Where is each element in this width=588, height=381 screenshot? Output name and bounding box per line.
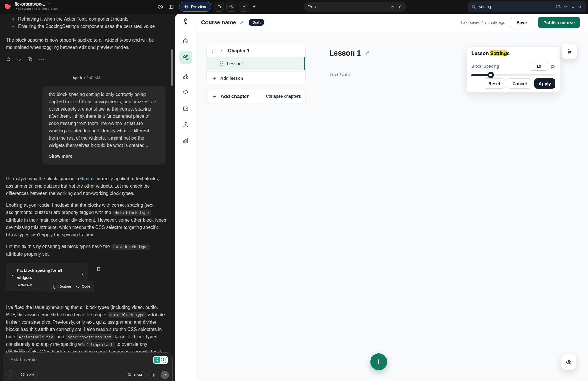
- assistant-paragraph: Looking at your code, I noticed that the…: [6, 202, 167, 238]
- history-icon[interactable]: [158, 4, 164, 10]
- nav-content-blocks-active[interactable]: [179, 51, 192, 64]
- add-block-button[interactable]: [370, 353, 387, 370]
- lesson-heading: Lesson 1: [329, 49, 370, 57]
- app-preview: Course name Draft Last saved 1 minute ag…: [175, 14, 588, 381]
- composer-toolbar: + Edit Chat: [6, 371, 169, 379]
- version-hover-actions: Restore Code: [49, 281, 94, 292]
- chapter-card: Chapter 1 Lesson 1 Add lesson: [206, 44, 306, 85]
- edit-lesson-name-icon[interactable]: [365, 50, 370, 56]
- lesson-row-selected[interactable]: Lesson 1: [207, 57, 305, 70]
- nav-store-icon[interactable]: [182, 105, 189, 112]
- chat-mode-button[interactable]: Chat: [124, 371, 146, 379]
- page-settings-button[interactable]: [562, 44, 577, 59]
- code-icon: [76, 285, 80, 289]
- waveform-icon: [151, 373, 156, 377]
- more-actions-icon[interactable]: ···: [38, 56, 45, 63]
- reset-button[interactable]: Reset: [484, 78, 505, 89]
- message-actions: ···: [6, 56, 167, 63]
- chat-input-field[interactable]: [10, 357, 138, 368]
- assistant-paragraph: Let me fix this by ensuring all block ty…: [6, 243, 167, 258]
- line-chart-icon: [241, 4, 246, 9]
- preview-button[interactable]: Preview: [179, 2, 211, 12]
- preview-url-bar[interactable]: /: [304, 2, 406, 12]
- add-chapter-button[interactable]: Add chapter: [221, 94, 249, 99]
- code-view-button[interactable]: [226, 2, 236, 12]
- open-external-icon[interactable]: [390, 5, 394, 9]
- search-match-count: 1/3: [556, 5, 561, 9]
- select-edit-icon: [21, 373, 25, 377]
- refresh-icon[interactable]: [398, 5, 403, 9]
- block-spacing-input[interactable]: [530, 62, 548, 71]
- bookmark-icon[interactable]: [96, 266, 101, 272]
- plus-icon: [375, 358, 382, 365]
- scroll-to-bottom-button[interactable]: [83, 339, 91, 347]
- send-button[interactable]: [161, 371, 169, 379]
- assistant-bullet-list: Retrieving it when the ActionTools compo…: [6, 15, 167, 30]
- app-sidebar-rail: [175, 14, 196, 381]
- nav-analytics-icon[interactable]: [182, 137, 189, 144]
- previous-match-icon[interactable]: [564, 5, 568, 9]
- collapse-chapter-icon[interactable]: [220, 49, 224, 53]
- lesson-title: Lesson 1: [227, 61, 245, 66]
- grammarly-widget[interactable]: G: [153, 356, 168, 364]
- new-tab-button[interactable]: +: [251, 3, 257, 10]
- grammarly-suggestion-icon: [154, 357, 160, 363]
- restore-icon: [53, 285, 57, 289]
- project-switcher[interactable]: flc-prototype-1 Previewing last saved ve…: [15, 1, 59, 10]
- grammarly-logo: G: [161, 357, 167, 363]
- chat-panel: Retrieving it when the ActionTools compo…: [0, 14, 175, 381]
- empty-text-block[interactable]: Text block: [329, 72, 351, 78]
- edit-course-name-icon[interactable]: [240, 20, 244, 25]
- apply-button[interactable]: Apply: [534, 78, 555, 89]
- block-spacing-slider[interactable]: [471, 74, 555, 76]
- cancel-button[interactable]: Cancel: [508, 78, 531, 89]
- add-lesson-button[interactable]: Add lesson: [207, 71, 305, 85]
- restore-button[interactable]: Restore: [53, 283, 71, 290]
- shapes-icon: [182, 54, 189, 61]
- attach-button[interactable]: +: [6, 371, 14, 379]
- nav-home-icon[interactable]: [182, 37, 189, 44]
- save-button[interactable]: Save: [510, 17, 533, 28]
- deploy-button[interactable]: [214, 2, 224, 12]
- app-logo-rocket-icon[interactable]: [182, 17, 190, 25]
- close-search-icon[interactable]: [578, 5, 582, 9]
- globe-icon: [10, 272, 15, 276]
- collapse-chapters-button[interactable]: Collapse chapters: [266, 94, 301, 99]
- search-input[interactable]: [479, 4, 553, 9]
- drag-handle-icon[interactable]: [212, 49, 216, 54]
- top-bar: flc-prototype-1 Previewing last saved ve…: [0, 0, 588, 14]
- slider-thumb[interactable]: [487, 72, 494, 78]
- version-card-wrapper: Fix block spacing for all widgets Previe…: [6, 263, 88, 291]
- chapter-row[interactable]: Chapter 1: [207, 44, 305, 57]
- drag-handle-icon[interactable]: [220, 61, 223, 66]
- panel-toggle-icon[interactable]: [168, 4, 174, 10]
- thumbs-down-icon[interactable]: [17, 57, 22, 62]
- thumbs-up-icon[interactable]: [6, 57, 11, 62]
- user-message: the block spacing setting is only correc…: [42, 86, 166, 165]
- project-subtitle: Previewing last saved version: [15, 7, 59, 10]
- lovable-logo[interactable]: [4, 3, 12, 10]
- code-button[interactable]: Code: [76, 283, 90, 290]
- chapter-title: Chapter 1: [228, 48, 250, 54]
- search-match-highlight: Setting: [490, 50, 507, 56]
- search-icon: [471, 4, 476, 9]
- lesson-heading-text: Lesson 1: [329, 49, 361, 57]
- eye-icon: [566, 359, 572, 365]
- copy-icon[interactable]: [28, 57, 33, 62]
- course-editor-canvas: Chapter 1 Lesson 1 Add lesson Add chapte…: [196, 31, 588, 381]
- chat-scrollbar-thumb[interactable]: [171, 49, 173, 86]
- edit-mode-button[interactable]: Edit: [17, 371, 38, 379]
- bullet-item: Retrieving it when the ActionTools compo…: [6, 15, 167, 23]
- arrow-up-icon: [163, 373, 167, 377]
- nav-people-icon[interactable]: [182, 121, 189, 128]
- next-match-icon[interactable]: [571, 5, 575, 9]
- voice-input-button[interactable]: [148, 371, 158, 379]
- preview-mode-button[interactable]: [561, 354, 576, 370]
- devices-icon: [307, 4, 312, 9]
- show-more-link[interactable]: Show more: [49, 152, 159, 160]
- analytics-button[interactable]: [239, 2, 249, 12]
- nav-announcements-icon[interactable]: [182, 89, 189, 96]
- publish-course-button[interactable]: Publish course: [538, 17, 580, 28]
- nav-groups-icon[interactable]: [182, 73, 189, 80]
- chat-bubble-icon: [128, 373, 132, 377]
